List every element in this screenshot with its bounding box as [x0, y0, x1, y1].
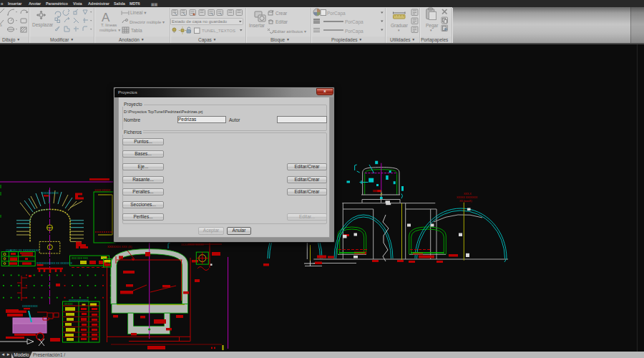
svg-text:XXXXX XXXXXXX: XXXXX XXXXXXX [457, 196, 478, 199]
svg-text:a: a [0, 23, 2, 27]
svg-text:XXXXXXXXX: XXXXXXXXX [22, 305, 38, 308]
svg-text:XXX XXX XXX: XXX XXX XXX [72, 257, 89, 260]
svg-text:XXXXXXXXXXX XX XXXXXXX: XXXXXXXXXXX XX XXXXXXX [36, 262, 73, 265]
svg-text:XXXXXXX XXX (X): XXXXXXX XXX (X) [107, 245, 132, 248]
svg-text:XXXXXXXXXX: XXXXXXXXXX [42, 192, 59, 195]
svg-text:XXX-X: XXX-X [464, 193, 472, 195]
svg-text:XXXXX: XXXXX [64, 303, 73, 306]
svg-text:XXXX XXXXX: XXXX XXXXX [94, 189, 111, 192]
svg-text:XX.(xxxxX): XX.(xxxxX) [459, 200, 472, 203]
